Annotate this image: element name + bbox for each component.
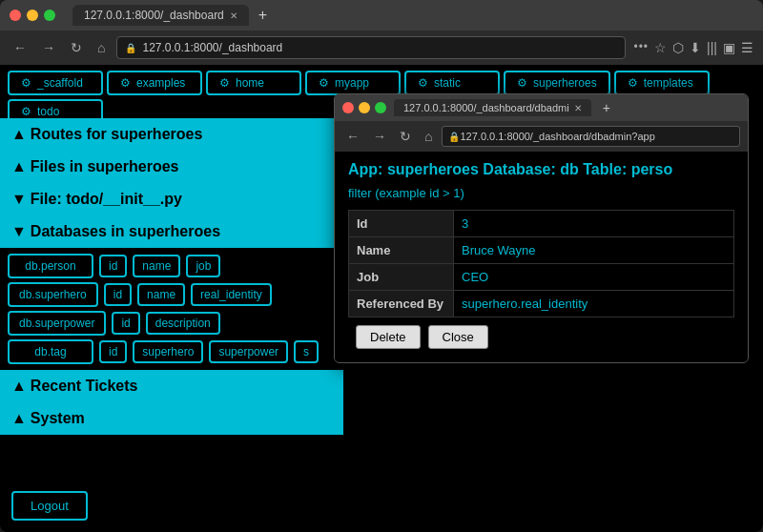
popup-back-button[interactable]: ← bbox=[342, 127, 363, 146]
action-buttons: Delete Close bbox=[348, 317, 734, 353]
popup-new-tab-icon[interactable]: + bbox=[603, 100, 610, 115]
popup-tab[interactable]: 127.0.0.1:8000/_dashboard/dbadmi ✕ bbox=[394, 99, 591, 116]
address-bar[interactable]: 🔒 127.0.0.1:8000/_dashboard bbox=[116, 36, 626, 59]
db-superhero-button[interactable]: db.superhero bbox=[8, 282, 98, 307]
bookmark-label: myapp bbox=[335, 76, 369, 90]
table-row: db.person id name job bbox=[8, 254, 336, 278]
download-icon[interactable]: ⬇ bbox=[690, 40, 701, 55]
bookmark-scaffold[interactable]: ⚙ _scaffold bbox=[8, 71, 103, 95]
popup-minimize-button[interactable] bbox=[359, 102, 370, 113]
maximize-button[interactable] bbox=[44, 10, 55, 21]
content-area: ⚙ _scaffold ⚙ examples ⚙ home ⚙ myapp ⚙ … bbox=[0, 65, 763, 532]
table-row: db.tag id superhero superpower s bbox=[8, 339, 336, 364]
popup-reload-button[interactable]: ↻ bbox=[396, 127, 415, 146]
bookmark-myapp[interactable]: ⚙ myapp bbox=[305, 71, 401, 95]
table-row: db.superpower id description bbox=[8, 311, 336, 336]
filter-text[interactable]: filter (example id > 1) bbox=[348, 186, 734, 200]
db-superpower-button[interactable]: db.superpower bbox=[8, 311, 106, 336]
gear-icon: ⚙ bbox=[517, 76, 527, 90]
reload-button[interactable]: ↻ bbox=[67, 38, 86, 57]
new-tab-icon[interactable]: + bbox=[253, 7, 273, 24]
record-table: Id 3 Name Bruce Wayne Job CEO Referenced… bbox=[348, 210, 734, 317]
left-panel: Routes for superheroes Files in superher… bbox=[0, 118, 343, 532]
section-recent-tickets[interactable]: Recent Tickets bbox=[0, 370, 343, 402]
home-button[interactable]: ⌂ bbox=[93, 38, 109, 57]
referenced-by-label: Referenced By bbox=[349, 291, 454, 317]
delete-button[interactable]: Delete bbox=[356, 325, 421, 349]
bookmark-label: superheroes bbox=[533, 76, 597, 90]
bookmark-examples[interactable]: ⚙ examples bbox=[107, 71, 202, 95]
close-button[interactable]: Close bbox=[428, 325, 488, 349]
bookmark-label: home bbox=[236, 76, 264, 90]
security-icon: 🔒 bbox=[125, 43, 136, 53]
bookmark-static[interactable]: ⚙ static bbox=[404, 71, 500, 95]
browser-actions: ••• ☆ ⬡ ⬇ ||| ▣ ☰ bbox=[633, 40, 753, 55]
job-label: Job bbox=[349, 264, 454, 291]
field-job: job bbox=[186, 255, 220, 277]
field-superpower: superpower bbox=[209, 340, 288, 363]
field-id: id bbox=[112, 312, 139, 335]
popup-content: App: superheroes Database: db Table: per… bbox=[335, 152, 748, 362]
field-s: s bbox=[294, 340, 319, 363]
popup-address-bar[interactable]: 🔒 127.0.0.1:8000/_dashboard/dbadmin?app bbox=[442, 126, 740, 147]
field-name: name bbox=[137, 283, 185, 306]
popup-close-button[interactable] bbox=[342, 102, 354, 113]
extensions-icon[interactable]: ⬡ bbox=[672, 40, 684, 55]
main-tab[interactable]: 127.0.0.1:8000/_dashboard ✕ bbox=[72, 5, 249, 26]
title-bar: 127.0.0.1:8000/_dashboard ✕ + bbox=[0, 0, 763, 31]
gear-icon: ⚙ bbox=[21, 76, 31, 90]
minimize-button[interactable] bbox=[27, 10, 38, 21]
name-label: Name bbox=[349, 237, 454, 264]
db-person-button[interactable]: db.person bbox=[8, 254, 93, 278]
gear-icon: ⚙ bbox=[319, 76, 329, 90]
id-value: 3 bbox=[454, 211, 734, 237]
popup-tab-label: 127.0.0.1:8000/_dashboard/dbadmi bbox=[403, 102, 569, 113]
field-name: name bbox=[133, 255, 180, 277]
field-id: id bbox=[104, 283, 132, 306]
bookmark-home[interactable]: ⚙ home bbox=[206, 71, 301, 95]
popup-maximize-button[interactable] bbox=[375, 102, 386, 113]
popup-title-text: App: superheroes Database: db Table: per… bbox=[348, 161, 734, 178]
popup-tab-close-icon[interactable]: ✕ bbox=[574, 103, 582, 113]
tab-bar: 127.0.0.1:8000/_dashboard ✕ + bbox=[72, 5, 273, 26]
dots-icon[interactable]: ••• bbox=[633, 40, 649, 55]
gear-icon: ⚙ bbox=[418, 76, 428, 90]
table-row: Referenced By superhero.real_identity bbox=[349, 291, 734, 317]
close-button[interactable] bbox=[10, 10, 21, 21]
traffic-lights bbox=[10, 10, 55, 21]
job-value: CEO bbox=[454, 264, 734, 291]
section-routes[interactable]: Routes for superheroes bbox=[0, 118, 343, 151]
popup-forward-button[interactable]: → bbox=[369, 127, 390, 146]
tab-close-icon[interactable]: ✕ bbox=[230, 10, 237, 21]
bookmark-icon[interactable]: ☆ bbox=[654, 40, 667, 55]
section-files[interactable]: Files in superheroes bbox=[0, 151, 343, 183]
library-icon[interactable]: ||| bbox=[707, 40, 717, 55]
popup-home-button[interactable]: ⌂ bbox=[421, 127, 436, 146]
section-routes-label: Routes for superheroes bbox=[31, 126, 202, 143]
field-id: id bbox=[99, 340, 127, 363]
field-superhero: superhero bbox=[133, 340, 203, 363]
db-tag-button[interactable]: db.tag bbox=[8, 339, 93, 364]
back-button[interactable]: ← bbox=[10, 38, 31, 57]
table-row: Name Bruce Wayne bbox=[349, 237, 734, 264]
gear-icon: ⚙ bbox=[219, 76, 230, 90]
field-description: description bbox=[146, 312, 220, 335]
bookmark-templates[interactable]: ⚙ templates bbox=[614, 71, 710, 95]
gear-icon: ⚙ bbox=[21, 105, 31, 118]
popup-address-row: ← → ↻ ⌂ 🔒 127.0.0.1:8000/_dashboard/dbad… bbox=[335, 121, 748, 152]
logout-button[interactable]: Logout bbox=[11, 491, 88, 521]
db-tables: db.person id name job db.superhero id na… bbox=[0, 248, 343, 370]
section-databases[interactable]: Databases in superheroes bbox=[0, 215, 343, 248]
menu-icon[interactable]: ☰ bbox=[741, 40, 753, 55]
sidebar-toggle-icon[interactable]: ▣ bbox=[723, 40, 735, 55]
browser-window: 127.0.0.1:8000/_dashboard ✕ + ← → ↻ ⌂ 🔒 … bbox=[0, 0, 763, 532]
tab-label: 127.0.0.1:8000/_dashboard bbox=[84, 9, 224, 22]
popup-title-bar: 127.0.0.1:8000/_dashboard/dbadmi ✕ + bbox=[335, 94, 748, 121]
section-system[interactable]: System bbox=[0, 402, 343, 435]
table-row: db.superhero id name real_identity bbox=[8, 282, 336, 307]
forward-button[interactable]: → bbox=[38, 38, 59, 57]
bookmark-superheroes[interactable]: ⚙ superheroes bbox=[504, 71, 610, 95]
section-file-todo[interactable]: File: todo/__init__.py bbox=[0, 183, 343, 215]
bookmark-label: _scaffold bbox=[37, 76, 83, 90]
section-system-label: System bbox=[31, 410, 85, 427]
